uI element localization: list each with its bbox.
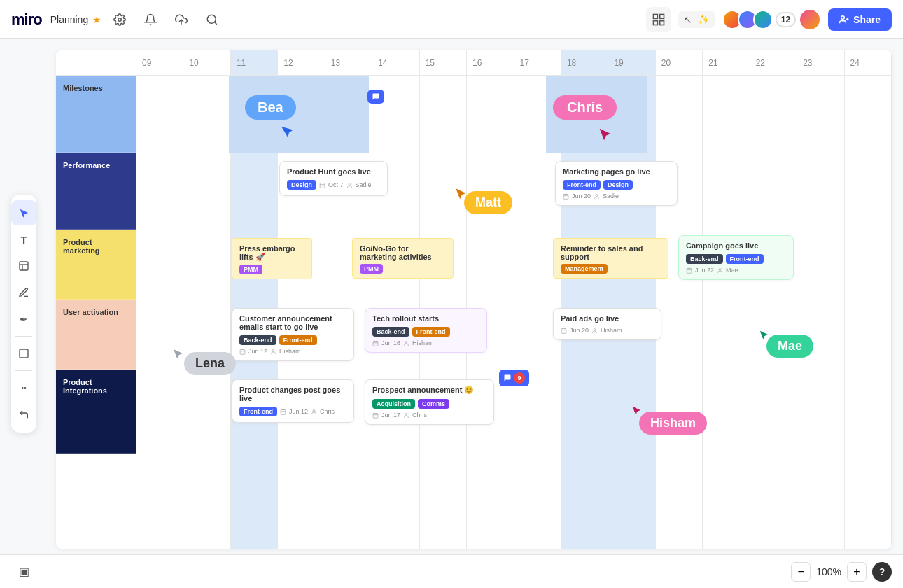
matt-cursor-bubble: Matt <box>464 191 512 214</box>
avatar-3 <box>753 10 773 29</box>
svg-rect-30 <box>240 349 245 354</box>
press-embargo-card[interactable]: Press embargo lifts 🚀 PMM <box>232 238 312 279</box>
col-12: 12 <box>278 50 325 75</box>
tag-backend: Back-end <box>372 327 410 337</box>
paid-ads-card[interactable]: Paid ads go live Jun 20 Hisham <box>553 308 662 340</box>
star-icon[interactable]: ★ <box>92 14 102 25</box>
tag-acquisition: Acquisition <box>372 399 415 409</box>
svg-point-19 <box>349 183 351 185</box>
bea-cursor-bubble: Bea <box>245 95 296 120</box>
action-icons: ↖ ✨ <box>678 11 715 28</box>
zoom-in-button[interactable]: + <box>847 562 867 582</box>
tag-pmm: PMM <box>360 264 383 274</box>
gc-10 <box>183 76 230 549</box>
board-name[interactable]: Planning ★ <box>50 14 102 25</box>
row-labels: Milestones Performance Product marketing… <box>56 76 136 549</box>
cursor-tool[interactable] <box>11 200 36 225</box>
tag-management: Management <box>561 264 608 274</box>
more-tools[interactable]: •• <box>11 375 36 400</box>
tech-rollout-card[interactable]: Tech rollout starts Back-end Front-end J… <box>365 308 487 353</box>
timeline-header: 09 10 11 12 13 14 15 16 17 18 19 20 21 2… <box>56 50 892 76</box>
card-title: Marketing pages go live <box>563 167 670 176</box>
collab-count: 12 <box>776 12 796 27</box>
upload-icon[interactable] <box>172 10 191 29</box>
comment-badge-integrations[interactable]: 9 <box>499 370 529 386</box>
zoom-out-button[interactable]: − <box>791 562 811 582</box>
hisham-cursor-bubble: Hisham <box>639 412 707 435</box>
comment-badge-milestones[interactable] <box>368 90 384 104</box>
svg-point-8 <box>841 15 845 19</box>
tag-design: Design <box>287 180 316 190</box>
marketing-pages-card[interactable]: Marketing pages go live Front-end Design… <box>555 161 678 206</box>
svg-point-54 <box>405 413 407 415</box>
share-button[interactable]: Share <box>828 8 892 31</box>
sparkle-action-icon[interactable]: ✨ <box>698 14 710 25</box>
product-hunt-card[interactable]: Product Hunt goes live Design Oct 7 Sadi… <box>279 161 388 196</box>
cursor-action-icon[interactable]: ↖ <box>684 14 692 25</box>
card-tags: Front-end Design Jun 20 Sadie <box>563 180 670 200</box>
row-label-header <box>56 50 136 75</box>
bottom-bar: ▣ − 100% + ? <box>0 554 903 588</box>
svg-point-34 <box>272 349 274 351</box>
pen-tool[interactable] <box>11 280 36 305</box>
notifications-icon[interactable] <box>141 10 160 29</box>
card-meta: Jun 12 Hisham <box>239 348 301 355</box>
col-20: 20 <box>656 50 703 75</box>
chris-cursor-arrow <box>597 126 612 144</box>
svg-point-49 <box>313 410 315 412</box>
campaign-live-card[interactable]: Campaign goes live Back-end Front-end Ju… <box>678 235 794 280</box>
card-title: Go/No-Go for marketing activities <box>360 244 446 261</box>
svg-line-3 <box>215 22 217 24</box>
search-icon[interactable] <box>202 10 222 29</box>
col-23: 23 <box>797 50 844 75</box>
svg-rect-7 <box>659 20 664 24</box>
collab-avatars[interactable]: 12 <box>722 10 796 29</box>
card-title: Customer announcement emails start to go… <box>239 314 346 331</box>
col-22: 22 <box>750 50 797 75</box>
gc-21 <box>703 76 750 549</box>
canvas-wrapper[interactable]: T ✒ •• 09 10 11 12 13 14 <box>0 39 903 588</box>
card-tags: Acquisition Comms Jun 17 Chris <box>372 399 486 419</box>
col-17: 17 <box>514 50 561 75</box>
col-21: 21 <box>703 50 750 75</box>
go-no-go-card[interactable]: Go/No-Go for marketing activities PMM <box>352 238 454 279</box>
product-changes-card[interactable]: Product changes post goes live Front-end… <box>232 379 354 423</box>
lena-cursor-arrow <box>172 347 184 363</box>
card-tags: Front-end Jun 12 Chris <box>239 407 346 416</box>
tool-divider-2 <box>15 370 32 371</box>
gc-23 <box>797 76 844 549</box>
reminder-sales-card[interactable]: Reminder to sales and support Management <box>553 238 668 279</box>
zoom-controls: − 100% + ? <box>791 562 892 582</box>
tool-divider <box>15 336 32 337</box>
frame-tool[interactable] <box>11 341 36 366</box>
row-product-marketing-label: Product marketing <box>56 230 136 300</box>
toolbar-actions: ↖ ✨ <box>678 11 715 28</box>
miro-logo: miro <box>11 10 42 29</box>
tag-pmm: PMM <box>239 265 262 274</box>
gc-22 <box>750 76 797 549</box>
grid-area: Bea Chris <box>136 76 892 549</box>
help-button[interactable]: ? <box>872 562 892 582</box>
svg-point-44 <box>594 328 596 330</box>
svg-point-24 <box>596 194 598 196</box>
card-meta: Oct 7 Sadie <box>319 181 372 188</box>
grid-view-icon[interactable] <box>646 7 671 32</box>
settings-icon[interactable] <box>110 10 130 29</box>
prospect-announcement-card[interactable]: Prospect announcement 😊 Acquisition Comm… <box>365 379 494 425</box>
text-tool[interactable]: T <box>11 227 36 252</box>
undo-tool[interactable] <box>11 402 36 427</box>
comment-notification-count: 9 <box>514 372 525 384</box>
card-tags: Jun 20 Hisham <box>561 327 654 334</box>
card-meta: Jun 20 Sadie <box>563 192 619 200</box>
card-title: Press embargo lifts 🚀 <box>239 244 304 262</box>
customer-announcement-card[interactable]: Customer announcement emails start to go… <box>232 308 354 361</box>
sticky-tool[interactable] <box>11 253 36 279</box>
marker-tool[interactable]: ✒ <box>11 307 36 332</box>
card-tags: PMM <box>239 265 304 273</box>
mae-cursor-bubble: Mae <box>766 335 813 358</box>
topbar-left: miro Planning ★ <box>11 10 222 29</box>
row-user-activation-label: User activation <box>56 300 136 370</box>
col-14: 14 <box>372 50 419 75</box>
my-avatar[interactable] <box>799 8 821 31</box>
panel-toggle[interactable]: ▣ <box>11 559 36 584</box>
